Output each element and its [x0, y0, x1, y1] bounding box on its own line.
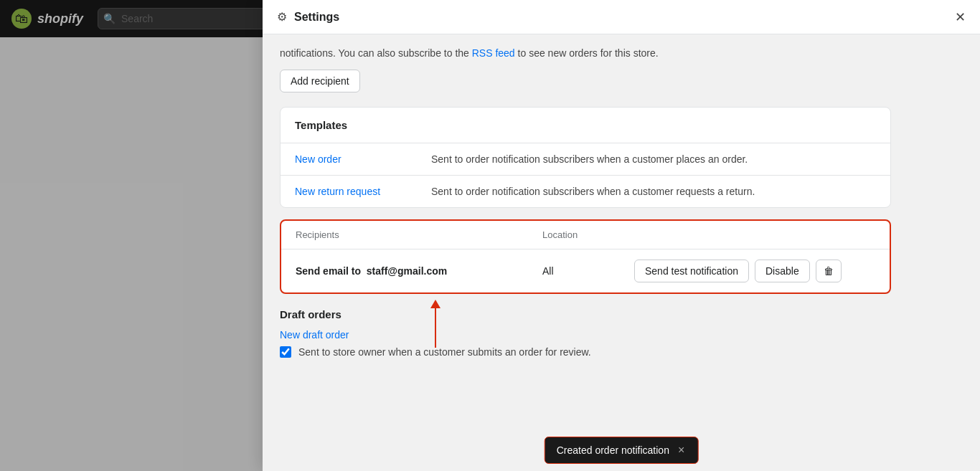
draft-orders-title: Draft orders [280, 308, 891, 320]
templates-card: Templates New order Sent to order notifi… [280, 107, 891, 208]
recipient-email: Send email to staff@gmail.com [296, 265, 537, 277]
settings-title: Settings [294, 11, 339, 24]
intro-text-after: to see new orders for this store. [518, 47, 659, 59]
content-area: notifications. You can also subscribe to… [263, 34, 908, 392]
col-location: Location [542, 229, 628, 240]
trash-button[interactable]: 🗑 [816, 260, 842, 282]
add-recipient-button[interactable]: Add recipient [280, 70, 360, 92]
draft-order-row: Sent to store owner when a customer subm… [280, 341, 891, 363]
draft-order-checkbox[interactable] [280, 346, 291, 358]
toast-notification: Created order notification × [545, 437, 699, 464]
recipients-row: Send email to staff@gmail.com All Send t… [281, 249, 890, 292]
toast-close-button[interactable]: × [677, 444, 686, 456]
col-actions [628, 229, 875, 240]
intro-text: notifications. You can also subscribe to… [280, 34, 891, 70]
new-order-link[interactable]: New order [295, 153, 402, 165]
new-return-description: Sent to order notification subscribers w… [431, 186, 876, 197]
template-row-new-order: New order Sent to order notification sub… [281, 143, 890, 176]
settings-header: ⚙ Settings ✕ [263, 0, 980, 34]
send-test-notification-button[interactable]: Send test notification [634, 260, 749, 282]
arrow-head-up [430, 300, 440, 308]
rss-feed-link[interactable]: RSS feed [472, 47, 515, 59]
new-draft-order-link[interactable]: New draft order [280, 329, 349, 341]
arrow-line-up [435, 308, 436, 348]
new-order-description: Sent to order notification subscribers w… [431, 153, 876, 165]
disable-button[interactable]: Disable [755, 260, 810, 282]
draft-orders-section: Draft orders New draft order Sent to sto… [280, 308, 891, 363]
new-return-link[interactable]: New return request [295, 186, 402, 197]
recipient-actions: Send test notification Disable 🗑 [634, 260, 875, 282]
recipient-location: All [542, 265, 628, 277]
email-prefix: Send email to [296, 265, 361, 277]
intro-text-before: notifications. You can also subscribe to… [280, 47, 469, 59]
settings-gear-icon: ⚙ [277, 10, 287, 24]
templates-title: Templates [281, 108, 890, 143]
toast-message: Created order notification [557, 444, 669, 456]
settings-panel: ⚙ Settings ✕ notifications. You can also… [0, 0, 980, 471]
recipients-card: Recipients Location Send email to staff@… [280, 219, 891, 294]
settings-body: notifications. You can also subscribe to… [263, 34, 980, 471]
draft-order-text: Sent to store owner when a customer subm… [298, 346, 591, 358]
recipients-header: Recipients Location [281, 221, 890, 249]
settings-drawer: ⚙ Settings ✕ notifications. You can also… [263, 0, 980, 471]
template-row-new-return: New return request Sent to order notific… [281, 176, 890, 207]
col-recipients: Recipients [296, 229, 542, 240]
email-value: staff@gmail.com [367, 265, 447, 277]
red-arrow-up [430, 300, 440, 348]
settings-close-button[interactable]: ✕ [955, 11, 966, 24]
